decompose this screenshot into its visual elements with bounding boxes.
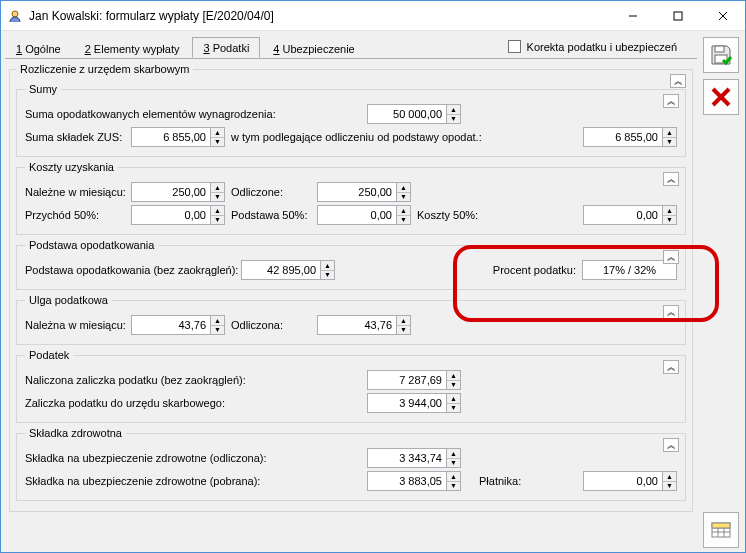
odliczone-field[interactable]: ▲▼ <box>317 182 411 202</box>
podst-opodat-field[interactable]: ▲▼ <box>241 260 335 280</box>
koszty50-label: Koszty 50%: <box>417 209 487 221</box>
tab-bar: 1 Ogólne 2 Elementy wypłaty 3 Podatki 4 … <box>5 35 697 59</box>
table-button[interactable] <box>703 512 739 548</box>
svg-rect-14 <box>712 523 730 528</box>
group-rozliczenie: Rozliczenie z urzędem skarbowym ︽ Sumy ︽… <box>9 63 693 512</box>
platnika-field[interactable]: ▲▼ <box>583 471 677 491</box>
collapse-podstawa[interactable]: ︽ <box>663 250 679 264</box>
collapse-koszty[interactable]: ︽ <box>663 172 679 186</box>
collapse-podatek[interactable]: ︽ <box>663 360 679 374</box>
tab-pane: Rozliczenie z urzędem skarbowym ︽ Sumy ︽… <box>5 59 697 548</box>
zdr-pob-label: Składka na ubezpieczenie zdrowotne (pobr… <box>25 475 285 487</box>
group-koszty-legend: Koszty uzyskania <box>25 161 118 173</box>
odliczone-label: Odliczone: <box>231 186 311 198</box>
minimize-button[interactable] <box>610 1 655 30</box>
side-toolbar <box>701 35 741 548</box>
ulga-odl-field[interactable]: ▲▼ <box>317 315 411 335</box>
group-koszty: Koszty uzyskania ︽ Należne w miesiącu: ▲… <box>16 161 686 235</box>
w-tym-field[interactable]: ▲▼ <box>583 127 677 147</box>
zdr-pob-field[interactable]: ▲▼ <box>367 471 461 491</box>
przychod-label: Przychód 50%: <box>25 209 125 221</box>
zdr-odl-label: Składka na ubezpieczenie zdrowotne (odli… <box>25 452 285 464</box>
group-ulga-legend: Ulga podatkowa <box>25 294 112 306</box>
group-podatek-legend: Podatek <box>25 349 73 361</box>
main-column: 1 Ogólne 2 Elementy wypłaty 3 Podatki 4 … <box>5 35 697 548</box>
body: 1 Ogólne 2 Elementy wypłaty 3 Podatki 4 … <box>1 31 745 552</box>
korekta-checkbox[interactable] <box>508 40 521 53</box>
suma-opodat-label: Suma opodatkowanych elementów wynagrodze… <box>25 108 275 120</box>
platnika-label: Płatnika: <box>479 475 521 487</box>
group-rozliczenie-legend: Rozliczenie z urzędem skarbowym <box>16 63 193 75</box>
korekta-label: Korekta podatku i ubezpieczeń <box>527 41 677 53</box>
window: Jan Kowalski: formularz wypłaty [E/2020/… <box>0 0 746 553</box>
titlebar: Jan Kowalski: formularz wypłaty [E/2020/… <box>1 1 745 31</box>
podstawa50-field[interactable]: ▲▼ <box>317 205 411 225</box>
korekta-wrap: Korekta podatku i ubezpieczeń <box>508 40 697 53</box>
collapse-sumy[interactable]: ︽ <box>663 94 679 108</box>
ulga-odl-label: Odliczona: <box>231 319 311 331</box>
przychod-field[interactable]: ▲▼ <box>131 205 225 225</box>
zal-label: Zaliczka podatku do urzędu skarbowego: <box>25 397 265 409</box>
tab-ogolne[interactable]: 1 Ogólne <box>5 38 72 58</box>
tab-ubezpieczenie[interactable]: 4 Ubezpieczenie <box>262 38 365 58</box>
podst-opodat-label: Podstawa opodatkowania (bez zaokrągleń): <box>25 264 235 276</box>
group-zdrowotna-legend: Składka zdrowotna <box>25 427 126 439</box>
group-zdrowotna: Składka zdrowotna ︽ Składka na ubezpiecz… <box>16 427 686 501</box>
podstawa50-label: Podstawa 50%: <box>231 209 311 221</box>
w-tym-label: w tym podlegające odliczeniu od podstawy… <box>231 131 482 143</box>
group-sumy-legend: Sumy <box>25 83 61 95</box>
group-podatek: Podatek ︽ Naliczona zaliczka podatku (be… <box>16 349 686 423</box>
nalezne-field[interactable]: ▲▼ <box>131 182 225 202</box>
cancel-button[interactable] <box>703 79 739 115</box>
group-podstawa: Podstawa opodatkowania ︽ Podstawa opodat… <box>16 239 686 290</box>
nalezne-label: Należne w miesiącu: <box>25 186 125 198</box>
procent-label: Procent podatku: <box>493 264 576 276</box>
group-ulga: Ulga podatkowa ︽ Należna w miesiącu: ▲▼ … <box>16 294 686 345</box>
nalicz-label: Naliczona zaliczka podatku (bez zaokrągl… <box>25 374 265 386</box>
suma-opodat-field[interactable]: ▲▼ <box>367 104 461 124</box>
tab-elementy[interactable]: 2 Elementy wypłaty <box>74 38 191 58</box>
close-button[interactable] <box>700 1 745 30</box>
collapse-ulga[interactable]: ︽ <box>663 305 679 319</box>
collapse-zdrowotna[interactable]: ︽ <box>663 438 679 452</box>
save-button[interactable] <box>703 37 739 73</box>
svg-rect-5 <box>715 46 724 52</box>
suma-zus-label: Suma składek ZUS: <box>25 131 125 143</box>
zal-field[interactable]: ▲▼ <box>367 393 461 413</box>
svg-point-0 <box>12 11 18 17</box>
koszty50-field[interactable]: ▲▼ <box>583 205 677 225</box>
tab-podatki[interactable]: 3 Podatki <box>192 37 260 58</box>
zdr-odl-field[interactable]: ▲▼ <box>367 448 461 468</box>
ulga-nal-field[interactable]: ▲▼ <box>131 315 225 335</box>
group-sumy: Sumy ︽ Suma opodatkowanych elementów wyn… <box>16 83 686 157</box>
window-title: Jan Kowalski: formularz wypłaty [E/2020/… <box>29 9 610 23</box>
suma-zus-field[interactable]: ▲▼ <box>131 127 225 147</box>
svg-rect-2 <box>674 12 682 20</box>
app-icon <box>7 8 23 24</box>
group-podstawa-legend: Podstawa opodatkowania <box>25 239 158 251</box>
ulga-nal-label: Należna w miesiącu: <box>25 319 125 331</box>
nalicz-field[interactable]: ▲▼ <box>367 370 461 390</box>
maximize-button[interactable] <box>655 1 700 30</box>
